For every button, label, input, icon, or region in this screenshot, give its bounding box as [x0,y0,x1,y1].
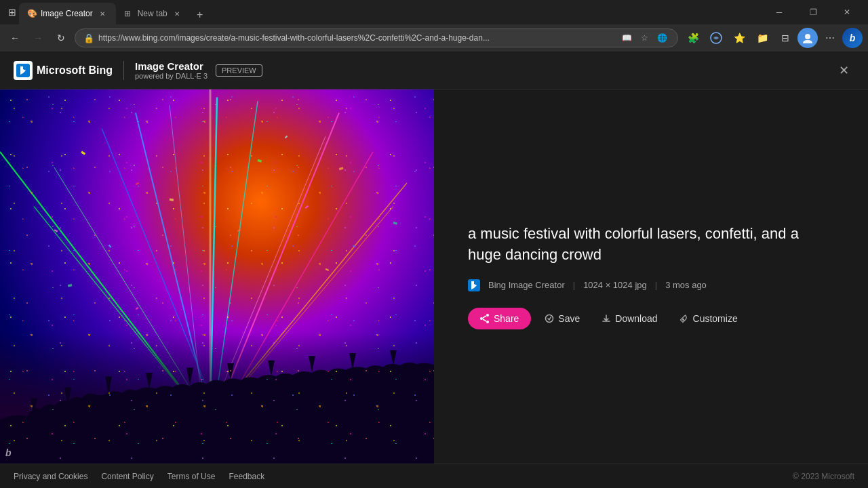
new-tab-button[interactable]: + [191,5,210,24]
tab-close-image-creator[interactable]: ✕ [97,8,108,19]
svg-point-1 [805,34,810,39]
header-left: Microsoft Bing Image Creator powered by … [14,60,262,80]
close-window-button[interactable]: ✕ [831,0,863,24]
meta-separator-1: | [573,280,575,290]
page-header: Microsoft Bing Image Creator powered by … [0,52,868,89]
bing-logo-icon [14,61,33,80]
url-text: https://www.bing.com/images/create/a-mus… [98,33,615,43]
terms-link[interactable]: Terms of Use [167,472,216,481]
tab-bar: 🎨 Image Creator ✕ ⊞ New tab ✕ + [19,0,764,24]
svg-line-39 [483,319,486,321]
svg-point-41 [682,319,684,321]
tab-close-new-tab[interactable]: ✕ [172,8,182,19]
image-source: Bing Image Creator [488,280,565,290]
download-icon [601,314,611,323]
meta-separator-2: | [655,280,657,290]
watermark-text: b [5,447,12,458]
forward-button[interactable]: → [28,28,47,47]
favorites-icon[interactable]: ☆ [637,30,652,45]
share-button[interactable]: Share [468,308,531,329]
profile-button[interactable] [797,28,818,48]
svg-point-36 [480,317,483,320]
tab-favicon-new-tab: ⊞ [124,9,134,18]
confetti-overlay [0,89,434,464]
title-bar: ⊞ 🎨 Image Creator ✕ ⊞ New tab ✕ + ─ ❐ ✕ [0,0,868,24]
back-button[interactable]: ← [5,28,24,47]
tab-image-creator[interactable]: 🎨 Image Creator ✕ [19,3,116,24]
header-title-area: Image Creator powered by DALL·E 3 [135,60,208,80]
download-button[interactable]: Download [593,308,665,329]
image-title: a music festival with colorful lasers, c… [468,224,834,266]
favorites-toolbar-icon[interactable]: ⭐ [728,27,750,49]
copilot-icon[interactable] [705,27,727,49]
customize-label: Customize [693,313,738,324]
save-icon [545,314,554,323]
feedback-link[interactable]: Feedback [229,472,264,481]
copyright-text: © 2023 Microsoft [793,472,854,481]
action-buttons: Share Save Download Customize [468,308,834,329]
download-label: Download [615,313,657,324]
share-label: Share [494,313,519,324]
image-meta: Bing Image Creator | 1024 × 1024 jpg | 3… [468,279,834,291]
browser-chrome: ⊞ 🎨 Image Creator ✕ ⊞ New tab ✕ + ─ ❐ ✕ … [0,0,868,52]
image-panel: b [0,89,434,464]
image-time-ago: 3 mos ago [665,280,707,290]
header-subtitle: powered by DALL·E 3 [135,72,208,80]
bing-logo[interactable]: Microsoft Bing [14,61,113,80]
save-label: Save [558,313,580,324]
minimize-button[interactable]: ─ [764,0,795,24]
info-panel: a music festival with colorful lasers, c… [434,89,868,464]
collections-toolbar-icon[interactable]: 📁 [751,27,773,49]
collections-icon[interactable]: 🌐 [654,30,669,45]
bing-copilot-button[interactable]: b [842,28,863,48]
customize-button[interactable]: Customize [671,308,746,329]
customize-icon [679,314,689,323]
more-options-icon[interactable]: ⋯ [819,27,841,49]
svg-point-37 [486,321,489,323]
address-bar: ← → ↻ 🔒 https://www.bing.com/images/crea… [0,24,868,52]
image-dimensions: 1024 × 1024 jpg [583,280,647,290]
tab-label-image-creator: Image Creator [41,9,93,18]
bing-logo-text: Microsoft Bing [37,64,113,77]
sidebar-toggle-icon[interactable]: ⊟ [774,27,796,49]
toolbar-icons: 🧩 ⭐ 📁 ⊟ ⋯ b [682,27,863,49]
address-input[interactable]: 🔒 https://www.bing.com/images/create/a-m… [75,28,678,47]
read-mode-icon[interactable]: 📖 [619,30,634,45]
bing-creator-logo [468,279,480,291]
save-button[interactable]: Save [536,308,588,329]
address-icons: 📖 ☆ 🌐 [619,30,669,45]
reload-button[interactable]: ↻ [52,28,71,47]
page-footer: Privacy and Cookies Content Policy Terms… [0,464,868,488]
privacy-link[interactable]: Privacy and Cookies [14,472,87,481]
festival-image: b [0,89,434,464]
share-icon [480,314,490,323]
image-watermark: b [5,447,12,458]
tab-favicon-image-creator: 🎨 [27,9,37,18]
window-controls: ─ ❐ ✕ [764,0,863,24]
main-area: b a music festival with colorful lasers,… [0,89,868,464]
extensions-icon[interactable]: 🧩 [682,27,704,49]
preview-badge[interactable]: PREVIEW [216,64,262,77]
browser-window-icon: ⊞ [5,5,19,19]
header-title: Image Creator [135,60,208,72]
svg-line-38 [483,316,486,318]
svg-point-40 [546,314,553,322]
close-overlay-button[interactable]: ✕ [833,60,854,81]
page-content: Microsoft Bing Image Creator powered by … [0,52,868,488]
header-divider [123,61,124,80]
lock-icon: 🔒 [83,33,94,43]
tab-new-tab[interactable]: ⊞ New tab ✕ [116,3,191,24]
content-policy-link[interactable]: Content Policy [101,472,153,481]
maximize-button[interactable]: ❐ [797,0,829,24]
svg-point-35 [486,314,489,317]
tab-label-new-tab: New tab [138,9,167,18]
